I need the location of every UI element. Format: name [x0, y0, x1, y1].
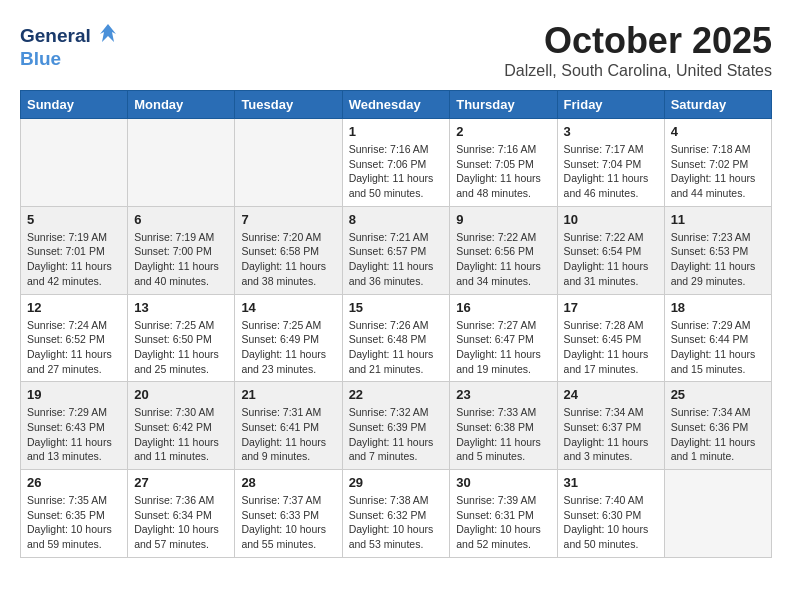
- calendar-cell: 24Sunrise: 7:34 AM Sunset: 6:37 PM Dayli…: [557, 382, 664, 470]
- day-number: 30: [456, 475, 550, 490]
- day-info: Sunrise: 7:19 AM Sunset: 7:01 PM Dayligh…: [27, 230, 121, 289]
- weekday-header-sunday: Sunday: [21, 91, 128, 119]
- logo: General Blue: [20, 20, 122, 70]
- day-number: 12: [27, 300, 121, 315]
- day-info: Sunrise: 7:31 AM Sunset: 6:41 PM Dayligh…: [241, 405, 335, 464]
- calendar-cell: 21Sunrise: 7:31 AM Sunset: 6:41 PM Dayli…: [235, 382, 342, 470]
- day-info: Sunrise: 7:39 AM Sunset: 6:31 PM Dayligh…: [456, 493, 550, 552]
- day-info: Sunrise: 7:26 AM Sunset: 6:48 PM Dayligh…: [349, 318, 444, 377]
- day-number: 23: [456, 387, 550, 402]
- location-title: Dalzell, South Carolina, United States: [504, 62, 772, 80]
- calendar-cell: 26Sunrise: 7:35 AM Sunset: 6:35 PM Dayli…: [21, 470, 128, 558]
- calendar-cell: 4Sunrise: 7:18 AM Sunset: 7:02 PM Daylig…: [664, 119, 771, 207]
- day-number: 5: [27, 212, 121, 227]
- calendar-cell: 15Sunrise: 7:26 AM Sunset: 6:48 PM Dayli…: [342, 294, 450, 382]
- calendar-cell: 22Sunrise: 7:32 AM Sunset: 6:39 PM Dayli…: [342, 382, 450, 470]
- day-info: Sunrise: 7:36 AM Sunset: 6:34 PM Dayligh…: [134, 493, 228, 552]
- day-number: 1: [349, 124, 444, 139]
- month-title: October 2025: [504, 20, 772, 62]
- calendar-cell: 12Sunrise: 7:24 AM Sunset: 6:52 PM Dayli…: [21, 294, 128, 382]
- weekday-header-monday: Monday: [128, 91, 235, 119]
- day-number: 22: [349, 387, 444, 402]
- calendar-week-2: 5Sunrise: 7:19 AM Sunset: 7:01 PM Daylig…: [21, 206, 772, 294]
- day-info: Sunrise: 7:34 AM Sunset: 6:36 PM Dayligh…: [671, 405, 765, 464]
- calendar-week-1: 1Sunrise: 7:16 AM Sunset: 7:06 PM Daylig…: [21, 119, 772, 207]
- calendar-cell: [128, 119, 235, 207]
- day-number: 28: [241, 475, 335, 490]
- calendar-cell: 31Sunrise: 7:40 AM Sunset: 6:30 PM Dayli…: [557, 470, 664, 558]
- calendar-cell: 11Sunrise: 7:23 AM Sunset: 6:53 PM Dayli…: [664, 206, 771, 294]
- day-number: 29: [349, 475, 444, 490]
- day-info: Sunrise: 7:30 AM Sunset: 6:42 PM Dayligh…: [134, 405, 228, 464]
- calendar-cell: 10Sunrise: 7:22 AM Sunset: 6:54 PM Dayli…: [557, 206, 664, 294]
- day-number: 20: [134, 387, 228, 402]
- weekday-header-wednesday: Wednesday: [342, 91, 450, 119]
- day-info: Sunrise: 7:33 AM Sunset: 6:38 PM Dayligh…: [456, 405, 550, 464]
- day-number: 21: [241, 387, 335, 402]
- day-info: Sunrise: 7:27 AM Sunset: 6:47 PM Dayligh…: [456, 318, 550, 377]
- calendar-cell: 20Sunrise: 7:30 AM Sunset: 6:42 PM Dayli…: [128, 382, 235, 470]
- day-number: 14: [241, 300, 335, 315]
- day-info: Sunrise: 7:18 AM Sunset: 7:02 PM Dayligh…: [671, 142, 765, 201]
- calendar-cell: 1Sunrise: 7:16 AM Sunset: 7:06 PM Daylig…: [342, 119, 450, 207]
- day-info: Sunrise: 7:40 AM Sunset: 6:30 PM Dayligh…: [564, 493, 658, 552]
- day-number: 16: [456, 300, 550, 315]
- day-info: Sunrise: 7:29 AM Sunset: 6:43 PM Dayligh…: [27, 405, 121, 464]
- calendar-cell: 18Sunrise: 7:29 AM Sunset: 6:44 PM Dayli…: [664, 294, 771, 382]
- calendar-week-3: 12Sunrise: 7:24 AM Sunset: 6:52 PM Dayli…: [21, 294, 772, 382]
- day-number: 10: [564, 212, 658, 227]
- calendar-cell: 30Sunrise: 7:39 AM Sunset: 6:31 PM Dayli…: [450, 470, 557, 558]
- day-number: 11: [671, 212, 765, 227]
- calendar-cell: 17Sunrise: 7:28 AM Sunset: 6:45 PM Dayli…: [557, 294, 664, 382]
- calendar-cell: 25Sunrise: 7:34 AM Sunset: 6:36 PM Dayli…: [664, 382, 771, 470]
- day-number: 9: [456, 212, 550, 227]
- day-info: Sunrise: 7:22 AM Sunset: 6:54 PM Dayligh…: [564, 230, 658, 289]
- day-number: 7: [241, 212, 335, 227]
- calendar-cell: [235, 119, 342, 207]
- calendar-cell: 6Sunrise: 7:19 AM Sunset: 7:00 PM Daylig…: [128, 206, 235, 294]
- calendar-cell: 9Sunrise: 7:22 AM Sunset: 6:56 PM Daylig…: [450, 206, 557, 294]
- day-info: Sunrise: 7:23 AM Sunset: 6:53 PM Dayligh…: [671, 230, 765, 289]
- day-info: Sunrise: 7:19 AM Sunset: 7:00 PM Dayligh…: [134, 230, 228, 289]
- calendar: SundayMondayTuesdayWednesdayThursdayFrid…: [20, 90, 772, 558]
- day-info: Sunrise: 7:22 AM Sunset: 6:56 PM Dayligh…: [456, 230, 550, 289]
- calendar-cell: 3Sunrise: 7:17 AM Sunset: 7:04 PM Daylig…: [557, 119, 664, 207]
- day-number: 6: [134, 212, 228, 227]
- weekday-header-friday: Friday: [557, 91, 664, 119]
- calendar-cell: 13Sunrise: 7:25 AM Sunset: 6:50 PM Dayli…: [128, 294, 235, 382]
- page-header: General Blue October 2025 Dalzell, South…: [20, 20, 772, 80]
- day-info: Sunrise: 7:20 AM Sunset: 6:58 PM Dayligh…: [241, 230, 335, 289]
- calendar-cell: 27Sunrise: 7:36 AM Sunset: 6:34 PM Dayli…: [128, 470, 235, 558]
- day-number: 8: [349, 212, 444, 227]
- day-info: Sunrise: 7:35 AM Sunset: 6:35 PM Dayligh…: [27, 493, 121, 552]
- day-number: 18: [671, 300, 765, 315]
- day-info: Sunrise: 7:29 AM Sunset: 6:44 PM Dayligh…: [671, 318, 765, 377]
- calendar-cell: 5Sunrise: 7:19 AM Sunset: 7:01 PM Daylig…: [21, 206, 128, 294]
- weekday-header-saturday: Saturday: [664, 91, 771, 119]
- logo-bird-icon: [94, 20, 122, 52]
- day-number: 2: [456, 124, 550, 139]
- calendar-cell: 14Sunrise: 7:25 AM Sunset: 6:49 PM Dayli…: [235, 294, 342, 382]
- day-number: 13: [134, 300, 228, 315]
- calendar-cell: 28Sunrise: 7:37 AM Sunset: 6:33 PM Dayli…: [235, 470, 342, 558]
- calendar-week-5: 26Sunrise: 7:35 AM Sunset: 6:35 PM Dayli…: [21, 470, 772, 558]
- logo-text: General Blue: [20, 20, 122, 70]
- day-info: Sunrise: 7:34 AM Sunset: 6:37 PM Dayligh…: [564, 405, 658, 464]
- day-number: 3: [564, 124, 658, 139]
- day-number: 4: [671, 124, 765, 139]
- calendar-cell: [21, 119, 128, 207]
- calendar-cell: 23Sunrise: 7:33 AM Sunset: 6:38 PM Dayli…: [450, 382, 557, 470]
- day-number: 15: [349, 300, 444, 315]
- weekday-header-thursday: Thursday: [450, 91, 557, 119]
- calendar-cell: [664, 470, 771, 558]
- day-info: Sunrise: 7:37 AM Sunset: 6:33 PM Dayligh…: [241, 493, 335, 552]
- day-number: 19: [27, 387, 121, 402]
- day-info: Sunrise: 7:24 AM Sunset: 6:52 PM Dayligh…: [27, 318, 121, 377]
- calendar-cell: 29Sunrise: 7:38 AM Sunset: 6:32 PM Dayli…: [342, 470, 450, 558]
- day-number: 26: [27, 475, 121, 490]
- weekday-header-tuesday: Tuesday: [235, 91, 342, 119]
- day-number: 31: [564, 475, 658, 490]
- day-info: Sunrise: 7:21 AM Sunset: 6:57 PM Dayligh…: [349, 230, 444, 289]
- svg-marker-0: [100, 24, 116, 42]
- weekday-header-row: SundayMondayTuesdayWednesdayThursdayFrid…: [21, 91, 772, 119]
